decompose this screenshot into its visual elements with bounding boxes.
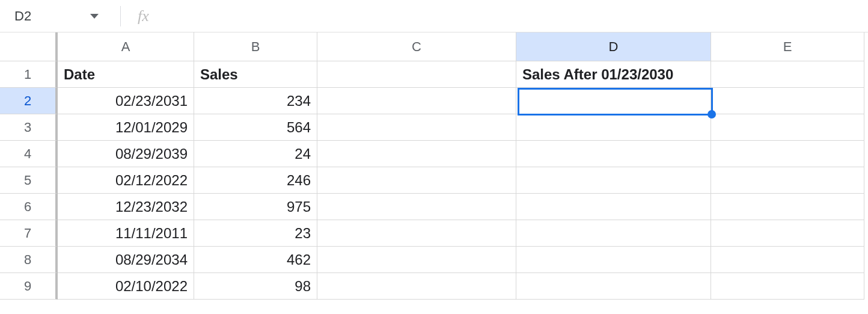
column-header-C[interactable]: C: [317, 32, 516, 61]
row-4: 4 08/29/2039 24: [0, 141, 864, 167]
cell-C4[interactable]: [317, 141, 516, 167]
cell-A7[interactable]: 11/11/2011: [58, 220, 194, 247]
row-6: 6 12/23/2032 975: [0, 194, 864, 220]
cell-D1[interactable]: Sales After 01/23/2030: [516, 61, 711, 88]
cell-D5[interactable]: [516, 167, 711, 194]
row-header-7[interactable]: 7: [0, 220, 58, 247]
cell-D7[interactable]: [516, 220, 711, 247]
cell-E6[interactable]: [711, 194, 864, 220]
cell-E4[interactable]: [711, 141, 864, 167]
cell-C7[interactable]: [317, 220, 516, 247]
row-8: 8 08/29/2034 462: [0, 247, 864, 273]
cell-D2[interactable]: [516, 88, 711, 114]
name-box-text: D2: [14, 8, 31, 24]
cell-A2[interactable]: 02/23/2031: [58, 88, 194, 114]
row-header-4[interactable]: 4: [0, 141, 58, 167]
spreadsheet-grid[interactable]: A B C D E 1 Date Sales Sales After 01/23…: [0, 32, 864, 300]
row-header-9[interactable]: 9: [0, 273, 58, 300]
row-header-2[interactable]: 2: [0, 88, 58, 114]
sheet-area: A B C D E 1 Date Sales Sales After 01/23…: [0, 32, 868, 300]
cell-B9[interactable]: 98: [194, 273, 317, 300]
row-9: 9 02/10/2022 98: [0, 273, 864, 300]
cell-B2[interactable]: 234: [194, 88, 317, 114]
chevron-down-icon[interactable]: [90, 14, 99, 19]
row-header-3[interactable]: 3: [0, 114, 58, 141]
formula-input[interactable]: [149, 0, 868, 32]
formula-bar: D2 fx: [0, 0, 868, 32]
cell-D6[interactable]: [516, 194, 711, 220]
row-1: 1 Date Sales Sales After 01/23/2030: [0, 61, 864, 88]
cell-A9[interactable]: 02/10/2022: [58, 273, 194, 300]
cell-A8[interactable]: 08/29/2034: [58, 247, 194, 273]
cell-A5[interactable]: 02/12/2022: [58, 167, 194, 194]
row-header-1[interactable]: 1: [0, 61, 58, 88]
cell-D9[interactable]: [516, 273, 711, 300]
cell-A4[interactable]: 08/29/2039: [58, 141, 194, 167]
cell-B1[interactable]: Sales: [194, 61, 317, 88]
cell-E7[interactable]: [711, 220, 864, 247]
cell-B8[interactable]: 462: [194, 247, 317, 273]
cell-E5[interactable]: [711, 167, 864, 194]
cell-B4[interactable]: 24: [194, 141, 317, 167]
column-headers-row: A B C D E: [0, 32, 864, 61]
row-header-8[interactable]: 8: [0, 247, 58, 273]
cell-B7[interactable]: 23: [194, 220, 317, 247]
cell-E1[interactable]: [711, 61, 864, 88]
cell-E8[interactable]: [711, 247, 864, 273]
cell-C1[interactable]: [317, 61, 516, 88]
cell-C8[interactable]: [317, 247, 516, 273]
cell-C5[interactable]: [317, 167, 516, 194]
cell-A3[interactable]: 12/01/2029: [58, 114, 194, 141]
select-all-corner[interactable]: [0, 32, 58, 61]
cell-D3[interactable]: [516, 114, 711, 141]
divider: [120, 6, 121, 26]
cell-B6[interactable]: 975: [194, 194, 317, 220]
cell-E9[interactable]: [711, 273, 864, 300]
column-header-D[interactable]: D: [516, 32, 711, 61]
row-header-6[interactable]: 6: [0, 194, 58, 220]
cell-D4[interactable]: [516, 141, 711, 167]
cell-A6[interactable]: 12/23/2032: [58, 194, 194, 220]
column-header-A[interactable]: A: [58, 32, 194, 61]
row-5: 5 02/12/2022 246: [0, 167, 864, 194]
row-3: 3 12/01/2029 564: [0, 114, 864, 141]
cell-C9[interactable]: [317, 273, 516, 300]
cell-D8[interactable]: [516, 247, 711, 273]
cell-E3[interactable]: [711, 114, 864, 141]
cell-A1[interactable]: Date: [58, 61, 194, 88]
cell-E2[interactable]: [711, 88, 864, 114]
cell-B3[interactable]: 564: [194, 114, 317, 141]
column-header-E[interactable]: E: [711, 32, 864, 61]
row-7: 7 11/11/2011 23: [0, 220, 864, 247]
cell-C3[interactable]: [317, 114, 516, 141]
row-2: 2 02/23/2031 234: [0, 88, 864, 114]
cell-C2[interactable]: [317, 88, 516, 114]
name-box[interactable]: D2: [7, 0, 103, 32]
fx-icon: fx: [138, 7, 149, 25]
column-header-B[interactable]: B: [194, 32, 317, 61]
cell-B5[interactable]: 246: [194, 167, 317, 194]
cell-C6[interactable]: [317, 194, 516, 220]
row-header-5[interactable]: 5: [0, 167, 58, 194]
